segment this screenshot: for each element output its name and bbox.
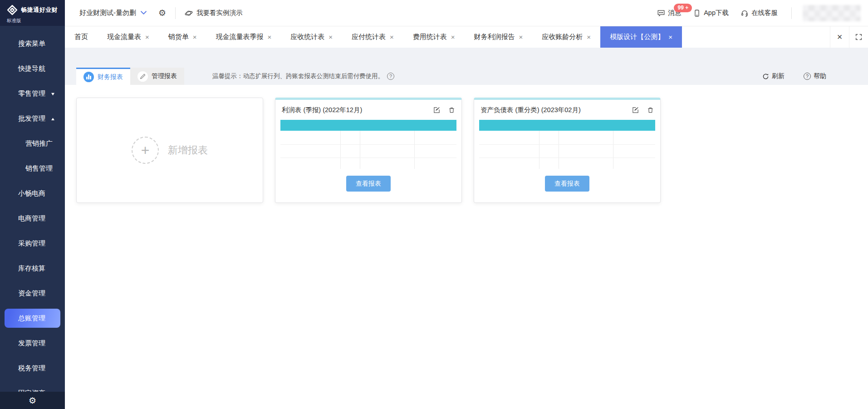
reports-panel: + 新增报表 利润表 (季报) (2022年12月)查看报表资产负债表 (重分类…	[65, 85, 868, 409]
sidebar-item-采购管理[interactable]: 采购管理	[0, 231, 65, 256]
sidebar-item-税务管理[interactable]: 税务管理	[0, 356, 65, 381]
sidebar-item-label: 销售管理	[25, 164, 53, 173]
brand-title: 畅捷通好业财	[21, 6, 58, 14]
top-bar: 畅捷通好业财 标准版 好业财测试-量勿删 ⚙ 我要看实例演示	[0, 0, 868, 26]
sidebar-item-label: 资金管理	[18, 289, 45, 298]
close-tab-icon[interactable]: ×	[587, 34, 591, 40]
brand-logo-icon	[6, 4, 18, 16]
sidebar-settings-bar[interactable]: ⚙	[0, 392, 65, 409]
help-button[interactable]: ? 帮助	[804, 72, 826, 80]
delete-icon[interactable]	[647, 107, 654, 113]
window-tab[interactable]: 应付统计表×	[342, 26, 403, 48]
sidebar-item-快捷导航[interactable]: 快捷导航	[0, 56, 65, 81]
demo-link[interactable]: 我要看实例演示	[185, 9, 243, 17]
online-support-label: 在线客服	[751, 9, 778, 17]
close-tab-icon[interactable]: ×	[145, 34, 149, 40]
window-tab[interactable]: 模版设计【公测】×	[600, 26, 682, 48]
add-report-card[interactable]: + 新增报表	[76, 98, 263, 203]
window-tab[interactable]: 现金流量表×	[98, 26, 159, 48]
sidebar-item-label: 税务管理	[18, 364, 45, 373]
help-label: 帮助	[814, 72, 826, 80]
divider	[791, 7, 792, 19]
window-tab[interactable]: 现金流量表季报×	[206, 26, 281, 48]
window-tab-strip: 首页现金流量表×销货单×现金流量表季报×应收统计表×应付统计表×费用统计表×财务…	[65, 26, 868, 48]
tab-financial-reports[interactable]: 财务报表	[76, 68, 130, 85]
headset-icon	[740, 9, 749, 17]
window-tab[interactable]: 首页	[65, 26, 98, 48]
close-tab-icon[interactable]: ×	[519, 34, 523, 40]
account-switcher[interactable]: 好业财测试-量勿删	[79, 9, 147, 17]
sidebar-item-label: 采购管理	[18, 239, 45, 248]
window-tab-label: 应收账龄分析	[542, 33, 583, 41]
chevron-down-icon	[141, 11, 147, 15]
delete-icon[interactable]	[448, 107, 455, 113]
close-tab-icon[interactable]: ×	[390, 34, 394, 40]
close-tab-icon[interactable]: ×	[193, 34, 197, 40]
user-avatar-redacted[interactable]	[803, 5, 861, 21]
sidebar-item-零售管理[interactable]: 零售管理▼	[0, 81, 65, 106]
sidebar-item-label: 快捷导航	[18, 64, 45, 73]
app-download-button[interactable]: App下载	[693, 9, 729, 17]
sidebar-item-批发管理[interactable]: 批发管理▲	[0, 106, 65, 131]
sidebar-item-发票管理[interactable]: 发票管理	[0, 331, 65, 356]
sidebar-item-label: 批发管理	[18, 114, 45, 123]
edit-icon[interactable]	[433, 107, 440, 113]
window-tab[interactable]: 销货单×	[159, 26, 206, 48]
sidebar-item-小畅电商[interactable]: 小畅电商	[0, 181, 65, 206]
phone-icon	[693, 9, 701, 17]
report-preview-grid	[280, 131, 456, 169]
account-name: 好业财测试-量勿删	[79, 9, 136, 17]
sidebar-nav: 搜索菜单快捷导航零售管理▼批发管理▲营销推广销售管理小畅电商电商管理采购管理库存…	[0, 26, 65, 409]
brand-edition: 标准版	[0, 16, 65, 24]
close-all-tabs-button[interactable]: ×	[830, 26, 849, 48]
tab-management-reports-label: 管理报表	[152, 72, 177, 80]
refresh-button[interactable]: 刷新	[762, 72, 785, 80]
window-tab[interactable]: 应收统计表×	[281, 26, 342, 48]
window-tab[interactable]: 费用统计表×	[403, 26, 465, 48]
report-card: 资产负债表 (重分类) (2023年02月)查看报表	[474, 98, 661, 203]
sidebar-item-销售管理[interactable]: 销售管理	[0, 156, 65, 181]
window-tab[interactable]: 财务利润报告×	[465, 26, 533, 48]
tip-help-icon[interactable]: ?	[387, 73, 394, 80]
bar-chart-icon	[83, 72, 94, 82]
arrow-down-icon: ▼	[50, 92, 56, 96]
fullscreen-button[interactable]	[849, 26, 868, 48]
sidebar-item-label: 营销推广	[25, 139, 53, 148]
sidebar-item-label: 总账管理	[18, 314, 45, 323]
window-tab-label: 财务利润报告	[474, 33, 515, 41]
sidebar-item-label: 库存核算	[18, 264, 45, 273]
plus-icon: +	[132, 137, 159, 164]
sidebar-item-label: 零售管理	[18, 89, 45, 98]
window-tab-label: 现金流量表季报	[216, 33, 264, 41]
messages-button[interactable]: 消息 99 +	[657, 9, 681, 17]
close-tab-icon[interactable]: ×	[268, 34, 272, 40]
tab-financial-reports-label: 财务报表	[98, 73, 123, 81]
report-card: 利润表 (季报) (2022年12月)查看报表	[275, 98, 462, 203]
sidebar-item-电商管理[interactable]: 电商管理	[0, 206, 65, 231]
divider	[175, 7, 176, 19]
view-report-button[interactable]: 查看报表	[545, 176, 589, 192]
window-tab-label: 应收统计表	[290, 33, 324, 41]
close-tab-icon[interactable]: ×	[329, 34, 333, 40]
window-tab-label: 模版设计【公测】	[610, 33, 664, 41]
tab-management-reports[interactable]: 管理报表	[130, 68, 184, 85]
window-tab-label: 销货单	[168, 33, 189, 41]
settings-gear-icon[interactable]: ⚙	[158, 9, 166, 17]
sidebar-item-资金管理[interactable]: 资金管理	[0, 281, 65, 306]
sidebar-item-营销推广[interactable]: 营销推广	[0, 131, 65, 156]
report-subtab-bar: 财务报表 管理报表 温馨提示：动态扩展行列、跨账套报表公测结束后需付费使用。 ?	[65, 68, 868, 85]
sidebar-item-库存核算[interactable]: 库存核算	[0, 256, 65, 281]
report-card-title: 利润表 (季报) (2022年12月)	[282, 106, 362, 114]
edit-icon[interactable]	[632, 107, 639, 113]
sidebar-item-总账管理[interactable]: 总账管理	[5, 309, 60, 328]
brand-logo: 畅捷通好业财 标准版	[0, 0, 65, 26]
online-support-button[interactable]: 在线客服	[740, 9, 778, 17]
close-tab-icon[interactable]: ×	[451, 34, 455, 40]
window-tab-label: 现金流量表	[107, 33, 141, 41]
report-preview-grid	[479, 131, 655, 169]
sidebar-item-label: 电商管理	[18, 214, 45, 223]
window-tab[interactable]: 应收账龄分析×	[532, 26, 600, 48]
view-report-button[interactable]: 查看报表	[346, 176, 391, 192]
sidebar-item-搜索菜单[interactable]: 搜索菜单	[0, 31, 65, 56]
close-tab-icon[interactable]: ×	[668, 34, 672, 40]
